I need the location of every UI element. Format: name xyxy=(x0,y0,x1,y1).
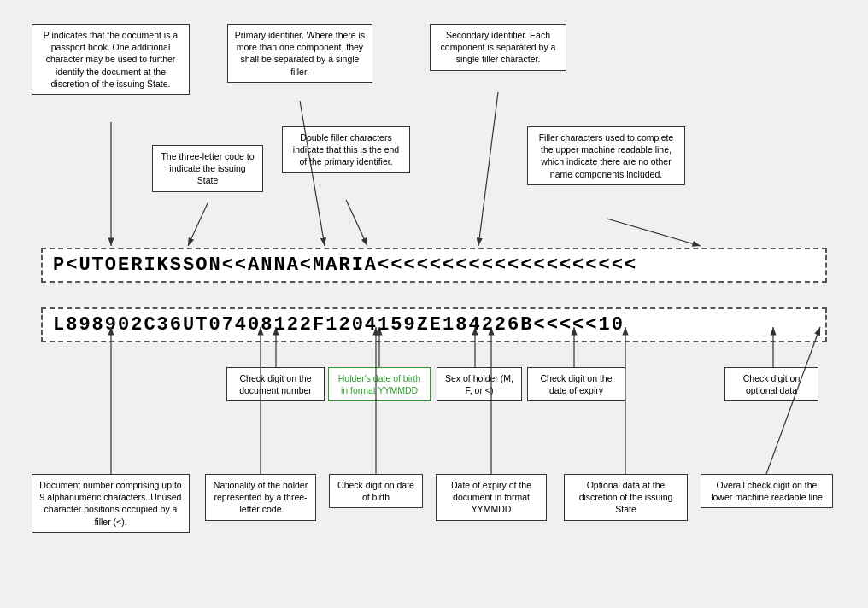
svg-line-7 xyxy=(607,219,701,246)
svg-line-6 xyxy=(478,92,498,246)
annotation-primary-id: Primary identifier. Where there is more … xyxy=(227,24,372,83)
annotation-p-indicator: P indicates that the document is a passp… xyxy=(32,24,190,95)
mrz-line1-text: P<UTOERIKSSON<<ANNA<MARIA<<<<<<<<<<<<<<<… xyxy=(53,254,637,276)
annotation-doc-number: Document number comprising up to 9 alpha… xyxy=(32,474,190,533)
annotation-filler-upper: Filler characters used to complete the u… xyxy=(527,126,685,185)
diagram-area: P<UTOERIKSSON<<ANNA<MARIA<<<<<<<<<<<<<<<… xyxy=(0,0,868,608)
annotation-holder-dob: Holder's date of birth in format YYMMDD xyxy=(328,367,431,401)
mrz-line2-text: L898902C36UT07408122F1204159ZE184226B<<<… xyxy=(53,314,625,336)
annotation-check-dob: Check digit on date of birth xyxy=(329,474,423,508)
annotation-check-optional: Check digit on optional data xyxy=(724,367,818,401)
annotation-sex: Sex of holder (M, F, or <) xyxy=(437,367,522,401)
svg-line-4 xyxy=(300,101,325,246)
annotation-overall-check: Overall check digit on the lower machine… xyxy=(701,474,833,508)
annotation-secondary-id: Secondary identifier. Each component is … xyxy=(430,24,566,71)
annotation-check-expiry: Check digit on the date of expiry xyxy=(527,367,625,401)
svg-line-5 xyxy=(346,200,367,246)
annotation-check-doc-num: Check digit on the document number xyxy=(226,367,325,401)
mrz-line-1: P<UTOERIKSSON<<ANNA<MARIA<<<<<<<<<<<<<<<… xyxy=(41,248,827,283)
annotation-nationality: Nationality of the holder represented by… xyxy=(205,474,316,521)
mrz-line-2: L898902C36UT07408122F1204159ZE184226B<<<… xyxy=(41,307,827,342)
annotation-optional-data: Optional data at the discretion of the i… xyxy=(564,474,688,521)
annotation-three-letter: The three-letter code to indicate the is… xyxy=(152,145,263,192)
svg-line-3 xyxy=(188,203,208,246)
annotation-double-filler: Double filler characters indicate that t… xyxy=(282,126,410,173)
annotation-expiry-date: Date of expiry of the document in format… xyxy=(436,474,547,521)
